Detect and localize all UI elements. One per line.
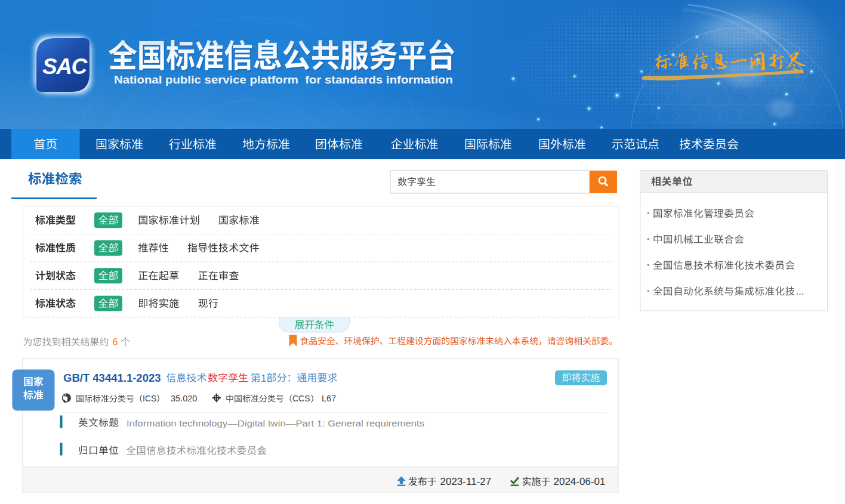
svg-text:Information technology—Digital: Information technology—Digital twin—Part… bbox=[127, 418, 424, 428]
svg-text:ICS: ICS bbox=[143, 394, 156, 403]
svg-text:National public service platfo: National public service platform for sta… bbox=[114, 73, 453, 86]
svg-text:6: 6 bbox=[113, 337, 118, 347]
svg-text:GB/T 43441.1-2023: GB/T 43441.1-2023 bbox=[63, 372, 161, 384]
svg-text:2024-06-01: 2024-06-01 bbox=[554, 476, 606, 487]
svg-text:1: 1 bbox=[261, 373, 266, 384]
svg-text:...: ... bbox=[796, 286, 804, 296]
svg-text:CCS: CCS bbox=[292, 394, 310, 403]
svg-text:SAC: SAC bbox=[42, 54, 88, 79]
svg-text:35.020: 35.020 bbox=[171, 394, 197, 403]
svg-text:2023-11-27: 2023-11-27 bbox=[440, 476, 492, 487]
svg-text:L67: L67 bbox=[322, 394, 336, 403]
